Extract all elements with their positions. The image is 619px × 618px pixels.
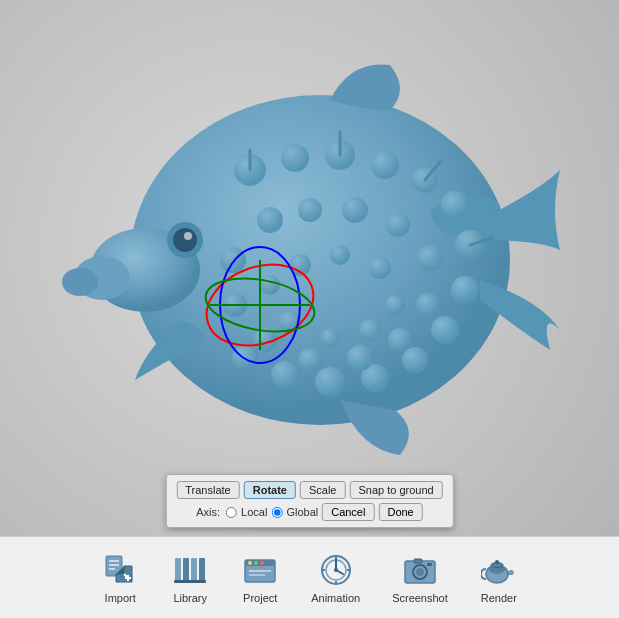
svg-point-24 [388,328,412,352]
svg-rect-63 [174,580,206,583]
svg-point-25 [347,345,373,371]
local-radio[interactable] [226,507,237,518]
animation-icon [317,551,355,589]
screenshot-label: Screenshot [392,592,448,604]
svg-rect-83 [414,559,422,563]
svg-point-66 [248,561,252,565]
svg-point-33 [385,295,405,315]
svg-point-12 [431,316,459,344]
svg-point-21 [386,213,410,237]
render-icon [480,551,518,589]
animation-label: Animation [311,592,360,604]
transform-toolbar: Translate Rotate Scale Snap to ground Ax… [165,474,453,528]
axis-label: Axis: [196,506,220,518]
svg-point-34 [359,319,381,341]
screenshot-icon [401,551,439,589]
svg-rect-62 [199,558,205,582]
svg-point-82 [416,568,424,576]
library-tool[interactable]: Library [165,547,215,608]
rotate-button[interactable]: Rotate [244,481,296,499]
svg-point-18 [257,207,283,233]
library-icon [171,551,209,589]
svg-rect-53 [109,568,115,570]
svg-rect-51 [109,560,119,562]
svg-rect-70 [249,574,265,576]
svg-point-15 [315,367,345,397]
svg-point-3 [62,268,98,296]
svg-rect-84 [427,563,432,566]
svg-point-31 [330,245,350,265]
svg-rect-59 [175,558,181,582]
project-icon [241,551,279,589]
svg-point-5 [281,144,309,172]
bottom-toolbar: Import Library [0,536,619,618]
library-label: Library [173,592,207,604]
svg-point-23 [416,293,440,317]
translate-button[interactable]: Translate [176,481,239,499]
snap-button[interactable]: Snap to ground [349,481,442,499]
svg-point-11 [451,276,479,304]
animation-tool[interactable]: Animation [305,547,366,608]
svg-point-32 [369,257,391,279]
svg-point-89 [495,560,499,564]
cancel-button[interactable]: Cancel [322,503,374,521]
svg-rect-61 [191,558,197,582]
local-label: Local [241,506,267,518]
toolbar-row-2: Axis: Local Global Cancel Done [196,503,422,521]
svg-point-68 [260,561,264,565]
project-label: Project [243,592,277,604]
import-label: Import [105,592,136,604]
project-tool[interactable]: Project [235,547,285,608]
svg-point-40 [184,232,192,240]
svg-point-7 [371,151,399,179]
3d-viewport[interactable] [0,0,619,530]
svg-point-67 [254,561,258,565]
svg-point-13 [402,347,428,373]
render-tool[interactable]: Render [474,547,524,608]
axis-global-group[interactable]: Global [271,506,318,518]
global-label: Global [286,506,318,518]
toolbar-row-1: Translate Rotate Scale Snap to ground [176,481,442,499]
import-icon [101,551,139,589]
svg-point-39 [173,228,197,252]
svg-rect-69 [249,570,271,572]
render-label: Render [481,592,517,604]
svg-point-20 [342,197,368,223]
global-radio[interactable] [271,507,282,518]
done-button[interactable]: Done [378,503,422,521]
svg-point-75 [334,568,338,572]
import-tool[interactable]: Import [95,547,145,608]
scale-button[interactable]: Scale [300,481,346,499]
svg-point-9 [441,191,469,219]
svg-rect-60 [183,558,189,582]
viewport: Translate Rotate Scale Snap to ground Ax… [0,0,619,618]
svg-point-22 [417,245,443,271]
screenshot-tool[interactable]: Screenshot [386,547,454,608]
svg-rect-52 [109,564,119,566]
rotation-gizmo[interactable] [195,240,325,370]
svg-point-19 [298,198,322,222]
axis-local-group[interactable]: Local [226,506,267,518]
